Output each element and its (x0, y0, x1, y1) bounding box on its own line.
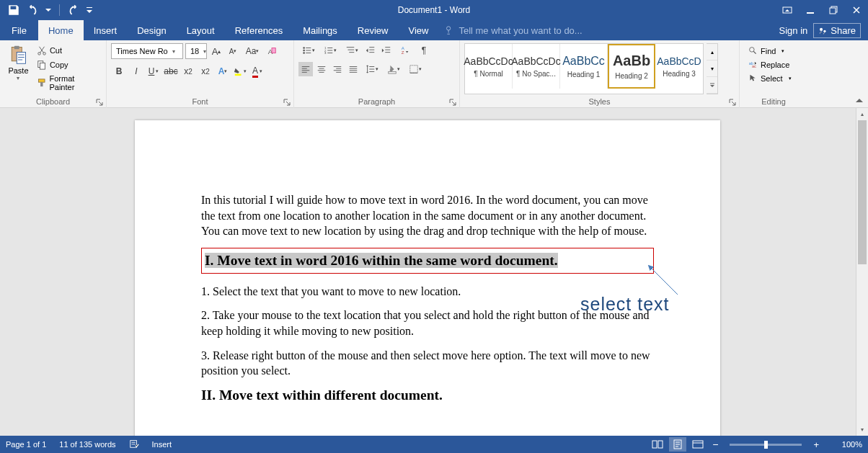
font-color-button[interactable]: A▾ (249, 63, 265, 79)
page-indicator[interactable]: Page 1 of 1 (6, 440, 46, 449)
zoom-slider[interactable] (730, 444, 802, 446)
text-effects-button[interactable]: A▾ (215, 63, 231, 79)
bullets-button[interactable]: ▾ (298, 43, 319, 58)
superscript-button[interactable]: x2 (198, 63, 213, 79)
insert-mode[interactable]: Insert (152, 440, 172, 449)
style-heading-3[interactable]: AaBbCcDHeading 3 (655, 44, 703, 89)
clipboard-launcher-icon[interactable] (95, 98, 104, 107)
scroll-down-icon[interactable]: ▾ (856, 423, 868, 436)
doc-paragraph[interactable]: 3. Release right button of the mouse and… (201, 348, 654, 379)
gallery-up-icon[interactable]: ▴ (707, 44, 717, 60)
align-left-button[interactable] (298, 62, 313, 76)
zoom-slider-thumb[interactable] (764, 441, 768, 449)
undo-dropdown-icon[interactable] (45, 4, 52, 17)
grow-font-button[interactable]: A▴ (209, 44, 223, 58)
undo-icon[interactable] (26, 4, 39, 17)
change-case-button[interactable]: Aa▾ (242, 44, 262, 58)
scrollbar-thumb[interactable] (858, 120, 867, 264)
zoom-level[interactable]: 100% (831, 440, 862, 449)
show-marks-button[interactable]: ¶ (417, 43, 431, 58)
cut-button[interactable]: Cut (35, 45, 102, 56)
minimize-icon[interactable] (799, 0, 822, 20)
font-group-label: Font (192, 97, 208, 106)
qat-customize-icon[interactable] (86, 4, 93, 17)
web-layout-icon[interactable] (689, 437, 707, 452)
tab-layout[interactable]: Layout (177, 20, 225, 40)
gallery-down-icon[interactable]: ▾ (707, 60, 717, 77)
tab-mailings[interactable]: Mailings (293, 20, 347, 40)
scroll-up-icon[interactable]: ▴ (856, 108, 868, 120)
multilevel-list-button[interactable]: ▾ (342, 43, 362, 58)
read-mode-icon[interactable] (649, 437, 666, 452)
svg-rect-8 (14, 46, 19, 49)
tell-me-search[interactable]: Tell me what you want to do... (444, 20, 582, 40)
align-center-button[interactable] (314, 62, 329, 76)
find-button[interactable]: Find▾ (747, 45, 793, 57)
spell-check-icon[interactable] (129, 439, 139, 450)
document-page[interactable]: In this tutorial I will guide how to mov… (135, 120, 720, 436)
doc-paragraph[interactable]: In this tutorial I will guide how to mov… (201, 192, 654, 239)
select-button[interactable]: Select▾ (747, 72, 793, 84)
increase-indent-button[interactable] (379, 43, 394, 58)
ribbon-tabs: File Home Insert Design Layout Reference… (0, 20, 868, 40)
paragraph-launcher-icon[interactable] (448, 98, 457, 107)
style-normal[interactable]: AaBbCcDc¶ Normal (465, 44, 513, 89)
annotation-label: select text (580, 294, 670, 315)
collapse-ribbon-icon[interactable] (854, 95, 865, 107)
subscript-button[interactable]: x2 (180, 63, 196, 79)
style-heading-1[interactable]: AaBbCcHeading 1 (560, 44, 608, 89)
word-count[interactable]: 11 of 135 words (59, 440, 115, 449)
save-icon[interactable] (7, 4, 20, 17)
zoom-in-button[interactable]: + (810, 439, 822, 450)
vertical-scrollbar[interactable]: ▴ ▾ (856, 108, 868, 436)
strikethrough-button[interactable]: abc (163, 63, 179, 79)
svg-point-21 (303, 52, 305, 54)
font-launcher-icon[interactable] (283, 98, 291, 107)
doc-heading-selected[interactable]: I. Move text in word 2016 within the sam… (201, 248, 654, 274)
tab-home[interactable]: Home (38, 20, 84, 40)
font-size-value: 18 (190, 47, 199, 55)
copy-button[interactable]: Copy (35, 59, 102, 71)
svg-line-32 (651, 268, 678, 295)
shading-button[interactable]: ▾ (384, 62, 404, 76)
tab-insert[interactable]: Insert (84, 20, 128, 40)
restore-icon[interactable] (822, 0, 845, 20)
styles-launcher-icon[interactable] (728, 98, 737, 107)
tab-references[interactable]: References (225, 20, 293, 40)
print-layout-icon[interactable] (669, 437, 686, 452)
sign-in-link[interactable]: Sign in (779, 25, 808, 36)
bold-button[interactable]: B (111, 63, 127, 79)
redo-icon[interactable] (67, 4, 80, 17)
replace-button[interactable]: abacReplace (747, 58, 793, 71)
tab-file[interactable]: File (0, 20, 38, 40)
tab-view[interactable]: View (398, 20, 438, 40)
style-heading-2[interactable]: AaBbHeading 2 (608, 44, 655, 89)
chevron-down-icon[interactable]: ▾ (171, 48, 177, 55)
align-right-button[interactable] (330, 62, 345, 76)
font-size-combo[interactable]: 18▾ (185, 43, 207, 59)
gallery-more-icon[interactable] (707, 77, 717, 94)
sort-button[interactable]: AZ (395, 43, 415, 58)
justify-button[interactable] (346, 62, 360, 76)
ribbon-display-icon[interactable] (776, 0, 799, 20)
doc-heading[interactable]: II. Move text within different document. (201, 387, 654, 403)
tab-design[interactable]: Design (127, 20, 176, 40)
highlight-button[interactable]: ▾ (232, 63, 248, 79)
tab-review[interactable]: Review (347, 20, 399, 40)
numbering-button[interactable]: 123▾ (320, 43, 340, 58)
chevron-down-icon[interactable]: ▾ (202, 48, 208, 55)
close-icon[interactable] (845, 0, 868, 20)
zoom-out-button[interactable]: − (709, 439, 721, 450)
share-button[interactable]: Share (813, 23, 861, 38)
shrink-font-button[interactable]: A▾ (226, 44, 240, 58)
paste-button[interactable]: Paste ▾ (4, 43, 32, 81)
font-name-combo[interactable]: Times New Ro▾ (111, 43, 183, 59)
decrease-indent-button[interactable] (363, 43, 378, 58)
line-spacing-button[interactable]: ▾ (362, 62, 382, 76)
style-no-spacing[interactable]: AaBbCcDc¶ No Spac... (513, 44, 560, 89)
format-painter-button[interactable]: Format Painter (35, 73, 102, 92)
italic-button[interactable]: I (128, 63, 144, 79)
borders-button[interactable]: ▾ (405, 62, 425, 76)
underline-button[interactable]: U▾ (146, 63, 161, 79)
clear-formatting-button[interactable]: A (265, 44, 279, 58)
